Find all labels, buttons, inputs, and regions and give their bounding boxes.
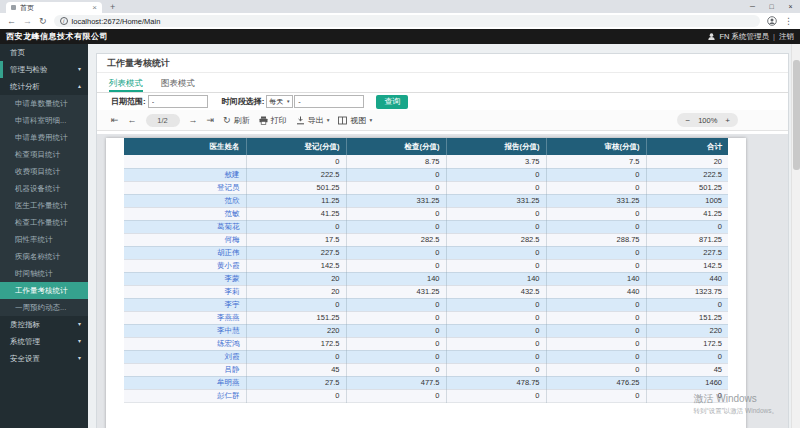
zoom-out-button[interactable]: − [685, 116, 690, 125]
tab-list-mode[interactable]: 列表模式 [109, 73, 143, 92]
value-cell: 1005 [646, 194, 728, 207]
last-page-button[interactable]: ⇥ [207, 115, 215, 125]
chevron-icon: ▾ [78, 316, 81, 333]
doctor-name-link[interactable]: 刘霞 [225, 352, 240, 361]
next-page-button[interactable]: → [189, 115, 198, 125]
sidebar-item[interactable]: 时间轴统计 [0, 265, 88, 282]
new-tab-button[interactable]: + [110, 1, 115, 13]
table-row: 彭仁群00000 [124, 389, 728, 402]
prev-page-button[interactable]: ← [128, 115, 137, 125]
value-cell: 0 [646, 220, 728, 233]
page-scrollbar[interactable] [791, 44, 800, 428]
back-icon[interactable]: ← [7, 17, 16, 26]
doctor-name-link[interactable]: 胡正伟 [217, 248, 240, 257]
doctor-name-link[interactable]: 范敏 [225, 209, 240, 218]
period-range-input[interactable] [294, 95, 364, 108]
doctor-name-link[interactable]: 彭仁群 [217, 391, 240, 400]
table-row: 李蒙20140140140440 [124, 272, 728, 285]
doctor-name-link[interactable]: 范欣 [225, 196, 240, 205]
table-row: 敖建222.5000222.5 [124, 168, 728, 181]
doctor-name-link[interactable]: 李莉 [225, 287, 240, 296]
doctor-name-link[interactable]: 牟明燕 [217, 378, 240, 387]
sidebar-item[interactable]: 管理与检验▾ [0, 61, 88, 78]
doctor-name-link[interactable]: 李中慧 [217, 326, 240, 335]
sidebar-item[interactable]: 安全设置▾ [0, 350, 88, 367]
sidebar-item[interactable]: 医生工作量统计 [0, 197, 88, 214]
value-cell: 0 [546, 181, 646, 194]
forward-icon[interactable]: → [23, 17, 32, 26]
refresh-button[interactable]: ↻ 刷新 [223, 115, 250, 126]
doctor-name-cell: 李宇 [124, 298, 246, 311]
sidebar-item-label: 质控指标 [10, 320, 40, 329]
value-cell: 151.25 [646, 311, 728, 324]
zoom-level: 100% [698, 116, 717, 125]
value-cell: 0 [446, 168, 546, 181]
tab-chart-mode[interactable]: 图表模式 [161, 73, 195, 92]
sidebar-item[interactable]: 阳性率统计 [0, 231, 88, 248]
doctor-name-cell: 彭仁群 [124, 389, 246, 402]
sidebar-item[interactable]: 申请单费用统计 [0, 129, 88, 146]
profile-icon[interactable] [767, 16, 777, 26]
first-page-button[interactable]: ⇤ [111, 115, 119, 125]
doctor-name-link[interactable]: 登记员 [217, 183, 240, 192]
sidebar-item[interactable]: 机器设备统计 [0, 180, 88, 197]
value-cell: 0 [346, 363, 446, 376]
windows-activation-watermark: 激活 Windows 转到“设置”以激活 Windows。 [693, 392, 778, 416]
value-cell: 0 [346, 311, 446, 324]
reload-icon[interactable]: ↻ [39, 17, 47, 26]
doctor-name-link[interactable]: 李燕燕 [217, 313, 240, 322]
value-cell: 0 [446, 220, 546, 233]
value-cell: 1323.75 [646, 285, 728, 298]
sidebar-item[interactable]: 统计分析▴ [0, 78, 88, 95]
sidebar-item-label: 检查项目统计 [15, 150, 60, 159]
doctor-name-link[interactable]: 黄小霞 [217, 261, 240, 270]
value-cell: 331.25 [446, 194, 546, 207]
tab-favicon-icon [11, 5, 16, 10]
sidebar-item[interactable]: 一周预约动态... [0, 299, 88, 316]
zoom-in-button[interactable]: + [725, 116, 730, 125]
sidebar-item-label: 首页 [10, 48, 25, 57]
period-select[interactable]: 每天 ▼ [266, 95, 293, 108]
browser-tab[interactable]: 首页 × [6, 2, 102, 13]
sidebar-item[interactable]: 申请单数量统计 [0, 95, 88, 112]
export-button[interactable]: 导出 ▾ [296, 115, 330, 126]
user-label[interactable]: FN 系统管理员 [719, 32, 769, 42]
date-range-input[interactable] [148, 95, 208, 108]
value-cell: 440 [546, 285, 646, 298]
doctor-name-link[interactable]: 李蒙 [225, 274, 240, 283]
report-table-body: 08.753.757.520敖建222.5000222.5登记员501.2500… [124, 155, 728, 402]
doctor-name-link[interactable]: 葛菊花 [217, 222, 240, 231]
sidebar-item[interactable]: 首页 [0, 44, 88, 61]
menu-icon[interactable]: ⋮ [784, 16, 793, 26]
sidebar-item[interactable]: 系统管理▾ [0, 333, 88, 350]
value-cell: 440 [646, 272, 728, 285]
sidebar-item[interactable]: 质控指标▾ [0, 316, 88, 333]
doctor-name-link[interactable]: 敖建 [225, 170, 240, 179]
doctor-name-link[interactable]: 练宏鸿 [217, 339, 240, 348]
report-viewport[interactable]: 医生姓名登记(分值)检查(分值)报告(分值)审核(分值)合计 08.753.75… [97, 134, 788, 428]
doctor-name-link[interactable]: 李宇 [225, 300, 240, 309]
print-button[interactable]: 打印 [259, 115, 287, 126]
sidebar-item[interactable]: 疾病名称统计 [0, 248, 88, 265]
doctor-name-link[interactable]: 何梅 [225, 235, 240, 244]
sidebar-item[interactable]: 收费项目统计 [0, 163, 88, 180]
value-cell: 142.5 [646, 259, 728, 272]
sidebar-item[interactable]: 工作量考核统计 [0, 282, 88, 299]
table-row: 葛菊花00000 [124, 220, 728, 233]
maximize-button[interactable]: □ [762, 0, 781, 13]
sidebar-item[interactable]: 检查工作量统计 [0, 214, 88, 231]
sidebar-item[interactable]: 检查项目统计 [0, 146, 88, 163]
sidebar-item[interactable]: 申请科室明细... [0, 112, 88, 129]
minimize-button[interactable]: ─ [743, 0, 762, 13]
close-button[interactable]: × [781, 0, 800, 13]
tab-close-icon[interactable]: × [92, 4, 97, 12]
sidebar-item-label: 统计分析 [10, 82, 40, 91]
table-row: 吕静4500045 [124, 363, 728, 376]
query-button[interactable]: 查询 [376, 95, 408, 109]
logout-link[interactable]: 注销 [779, 32, 794, 42]
info-icon[interactable]: i [60, 17, 68, 25]
view-button[interactable]: 视图 ▾ [338, 115, 372, 126]
address-bar[interactable]: i localhost:2672/Home/Main [54, 15, 760, 27]
scrollbar-thumb[interactable] [793, 60, 800, 170]
doctor-name-link[interactable]: 吕静 [225, 365, 240, 374]
